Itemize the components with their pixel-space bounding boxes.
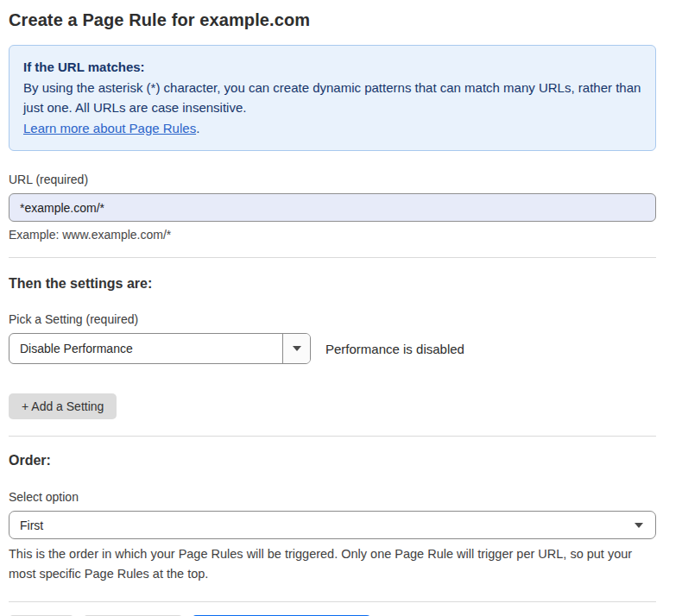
pick-setting-label: Pick a Setting (required) [9, 312, 656, 326]
divider [9, 257, 656, 258]
order-select[interactable]: First [9, 511, 656, 539]
learn-more-link[interactable]: Learn more about Page Rules [23, 121, 196, 135]
url-example-text: Example: www.example.com/* [9, 228, 656, 242]
divider [9, 436, 656, 437]
url-input[interactable] [9, 193, 656, 222]
setting-select-arrow-button[interactable] [282, 334, 310, 363]
setting-select[interactable]: Disable Performance [9, 333, 311, 364]
settings-section-heading: Then the settings are: [9, 276, 656, 292]
chevron-down-icon [635, 523, 643, 528]
order-section-heading: Order: [9, 453, 656, 468]
setting-status-text: Performance is disabled [325, 342, 464, 356]
page-title: Create a Page Rule for example.com [9, 10, 656, 30]
url-match-info-box: If the URL matches: By using the asteris… [9, 45, 656, 151]
page-rule-form: Create a Page Rule for example.com If th… [0, 0, 665, 616]
order-help-text: This is the order in which your Page Rul… [9, 544, 656, 584]
add-setting-button[interactable]: + Add a Setting [9, 393, 117, 419]
order-select-value: First [20, 519, 43, 532]
link-period: . [196, 121, 199, 135]
info-box-body: By using the asterisk (*) character, you… [23, 78, 641, 118]
setting-row: Disable Performance Performance is disab… [9, 333, 656, 364]
divider [9, 601, 656, 602]
chevron-down-icon [293, 346, 301, 351]
info-box-link-line: Learn more about Page Rules. [23, 118, 641, 139]
info-box-heading: If the URL matches: [23, 57, 641, 78]
setting-select-value: Disable Performance [9, 334, 282, 363]
url-field-label: URL (required) [9, 173, 656, 186]
order-select-label: Select option [9, 490, 656, 504]
